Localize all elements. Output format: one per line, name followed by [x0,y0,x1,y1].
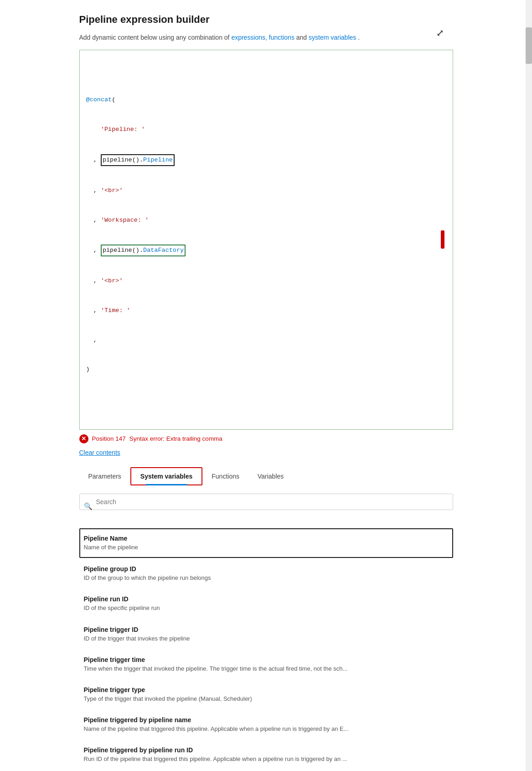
variable-item-pipeline-trigger-type[interactable]: Pipeline trigger typeType of the trigger… [79,680,453,710]
tab-functions[interactable]: Functions [202,467,248,485]
var-name-pipeline-run-id: Pipeline run ID [84,595,449,603]
search-wrapper: 🔍 [79,494,453,519]
var-desc-pipeline-trigger-time: Time when the trigger that invoked the p… [84,665,449,673]
var-desc-pipeline-triggered-by-run-id: Run ID of the pipeline that triggered th… [84,755,449,763]
clear-contents-link[interactable]: Clear contents [79,449,120,456]
variable-item-pipeline-group-id[interactable]: Pipeline group IDID of the group to whic… [79,559,453,589]
variable-item-pipeline-name[interactable]: Pipeline NameName of the pipeline [79,528,453,558]
tabs-bar: Parameters System variables Functions Va… [79,467,453,485]
tab-system-variables[interactable]: System variables [130,467,202,485]
var-desc-pipeline-trigger-type: Type of the trigger that invoked the pip… [84,695,449,703]
var-desc-pipeline-triggered-by-name: Name of the pipeline that triggered this… [84,725,449,733]
tab-parameters[interactable]: Parameters [79,467,130,485]
main-panel: Pipeline expression builder ⤢ Add dynami… [61,0,471,771]
error-position: Position 147 [92,435,126,442]
var-name-pipeline-triggered-by-name: Pipeline triggered by pipeline name [84,716,449,724]
var-desc-pipeline-run-id: ID of the specific pipeline run [84,604,449,612]
scrollbar-thumb[interactable] [526,27,532,64]
variable-item-pipeline-trigger-time[interactable]: Pipeline trigger timeTime when the trigg… [79,650,453,680]
var-name-pipeline-name: Pipeline Name [84,535,449,542]
page-title: Pipeline expression builder [79,14,453,26]
system-variables-link[interactable]: system variables [309,34,356,41]
datafactory-highlight-box: pipeline().DataFactory [101,245,186,256]
var-name-pipeline-group-id: Pipeline group ID [84,565,449,573]
var-name-pipeline-trigger-id: Pipeline trigger ID [84,626,449,633]
variable-item-pipeline-triggered-by-name[interactable]: Pipeline triggered by pipeline nameName … [79,710,453,740]
search-input[interactable] [79,494,453,510]
expand-icon[interactable]: ⤢ [436,27,444,38]
error-row: ✕ Position 147 Syntax error: Extra trail… [79,434,453,443]
page-scrollbar[interactable] [526,0,532,771]
pipeline-highlight-box: pipeline().Pipeline [101,154,175,166]
var-name-pipeline-triggered-by-run-id: Pipeline triggered by pipeline run ID [84,746,449,754]
description: Add dynamic content below using any comb… [79,33,453,42]
variables-list: Pipeline NameName of the pipelinePipelin… [79,528,453,771]
expressions-functions-link[interactable]: expressions, functions [231,34,294,41]
var-desc-pipeline-trigger-id: ID of the trigger that invokes the pipel… [84,635,449,643]
var-name-pipeline-trigger-type: Pipeline trigger type [84,686,449,693]
code-editor[interactable]: @concat( 'Pipeline: ' , pipeline().Pipel… [79,50,453,430]
variable-item-pipeline-run-id[interactable]: Pipeline run IDID of the specific pipeli… [79,589,453,619]
error-message: Syntax error: Extra trailing comma [129,435,222,442]
tab-variables[interactable]: Variables [248,467,293,485]
scrollbar-indicator [441,230,444,249]
error-icon: ✕ [79,434,88,443]
variable-item-pipeline-trigger-id[interactable]: Pipeline trigger IDID of the trigger tha… [79,620,453,650]
search-icon: 🔍 [84,502,93,511]
var-desc-pipeline-group-id: ID of the group to which the pipeline ru… [84,574,449,582]
var-desc-pipeline-name: Name of the pipeline [84,543,449,552]
var-name-pipeline-trigger-time: Pipeline trigger time [84,656,449,663]
variable-item-pipeline-triggered-by-run-id[interactable]: Pipeline triggered by pipeline run IDRun… [79,740,453,770]
